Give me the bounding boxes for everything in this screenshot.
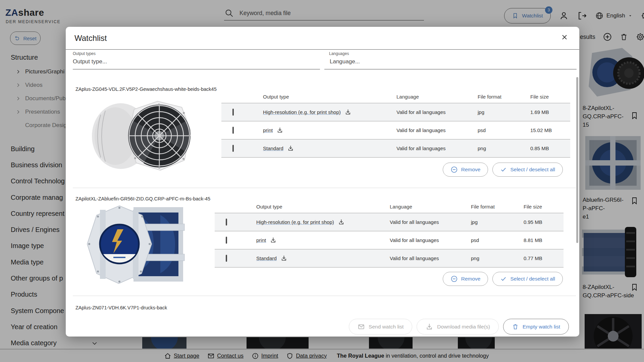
watchlist-footer-actions: Send watch list Download media file(s) E… [349,319,569,335]
output-type-link[interactable]: print [256,237,266,243]
table-row: High-resolution (e.g. for print shop) Va… [215,213,564,231]
row-checkbox[interactable] [232,127,234,134]
app-root: ZAshare DER MEDIENSERVICE Keyword, media… [0,0,644,362]
file-size-cell: 0.77 MB [524,255,564,261]
output-types-select[interactable]: Output type... [73,58,107,65]
remove-button[interactable]: Remove [443,272,488,286]
row-checkbox[interactable] [232,145,234,152]
col-language: Language [396,94,478,100]
col-file-format: File format [478,94,530,100]
file-size-cell: 8.81 MB [524,237,564,243]
row-checkbox[interactable] [226,219,227,226]
empty-watchlist-button[interactable]: Empty watch list [503,319,569,335]
select-deselect-all-button[interactable]: Select / deselect all [492,163,563,177]
output-type-link[interactable]: High-resolution (e.g. for print shop) [256,219,334,225]
languages-underline [324,69,577,69]
language-cell: Valid for all languages [396,145,478,151]
download-media-files-button[interactable]: Download media file(s) [417,319,499,335]
table-row: High-resolution (e.g. for print shop) Va… [221,103,570,121]
media-file-preview[interactable] [80,203,191,286]
item-actions: Remove Select / deselect all [443,272,563,286]
select-deselect-all-button[interactable]: Select / deselect all [492,272,563,286]
table-row: Standard Valid for all languages png 0.8… [221,139,570,158]
send-watchlist-button[interactable]: Send watch list [349,319,412,335]
language-cell: Valid for all languages [390,237,471,243]
envelope-icon [358,323,365,330]
download-icon [425,323,433,331]
table-row: Standard Valid for all languages png 0.7… [215,249,564,267]
output-type-link[interactable]: Standard [263,145,283,151]
check-icon [500,276,507,282]
row-checkbox[interactable] [226,237,227,244]
col-file-size: File size [524,204,564,209]
file-size-cell: 15.02 MB [530,127,570,133]
file-size-cell: 0.85 MB [530,145,570,151]
media-file-name: ZAplus-ZG045-VDL.2F.V5P2-Gewaechshaus-wh… [75,86,217,92]
minus-circle-icon [450,166,458,173]
table-header-row: Output type Language File format File si… [221,90,570,103]
col-output-type: Output type [263,94,396,100]
remove-button[interactable]: Remove [443,163,488,177]
check-icon [500,166,507,173]
table-row: print Valid for all languages psd 15.02 … [221,121,570,139]
language-cell: Valid for all languages [390,255,471,261]
download-icon[interactable] [276,127,283,134]
languages-label: Languages [329,51,349,56]
modal-scrollbar[interactable] [576,77,578,243]
col-output-type: Output type [256,204,390,209]
output-type-link[interactable]: High-resolution (e.g. for print shop) [263,109,341,115]
download-icon[interactable] [280,255,287,262]
trash-icon [512,323,519,330]
watchlist-modal: Watchlist Output types Output type... La… [66,27,579,337]
col-file-format: File format [471,204,524,209]
output-types-label: Output types [73,51,96,56]
file-format-cell: psd [478,127,530,133]
minus-circle-icon [450,275,458,283]
section-divider [73,296,576,296]
file-format-cell: png [478,145,530,151]
file-format-cell: jpg [478,109,530,115]
language-cell: Valid for all languages [396,109,478,115]
download-icon[interactable] [338,219,345,226]
close-icon[interactable] [559,32,570,42]
language-cell: Valid for all languages [396,127,478,133]
media-file-name: ZAplus-ZN071-VDH.6K.V7P1-drucks-back [75,305,167,310]
table-row: print Valid for all languages psd 8.81 M… [215,231,564,249]
file-format-cell: jpg [471,219,524,225]
download-icon[interactable] [270,237,277,244]
table-header-row: Output type Language File format File si… [215,200,564,213]
file-size-cell: 0.95 MB [524,219,564,225]
media-file-name: ZApilotXL-ZAbluefin-GR56I-ZID.GQ.CRP-aPF… [75,196,210,201]
language-cell: Valid for all languages [390,219,471,225]
file-format-cell: psd [471,237,524,243]
file-size-cell: 1.69 MB [530,109,570,115]
output-type-link[interactable]: Standard [256,255,277,261]
item-actions: Remove Select / deselect all [443,163,563,177]
languages-select[interactable]: Language... [330,58,360,65]
row-checkbox[interactable] [226,255,227,262]
output-type-link[interactable]: print [263,127,273,133]
output-table: Output type Language File format File si… [221,90,570,158]
output-table: Output type Language File format File si… [215,200,564,267]
modal-header-divider [66,49,579,50]
download-icon[interactable] [287,145,294,152]
col-language: Language [390,204,471,209]
download-icon[interactable] [344,109,352,116]
output-types-underline [73,69,320,69]
modal-title: Watchlist [74,34,107,43]
section-divider [73,188,576,188]
media-file-preview[interactable] [83,95,198,177]
file-format-cell: png [471,255,524,261]
row-checkbox[interactable] [232,109,234,116]
col-file-size: File size [530,94,570,100]
